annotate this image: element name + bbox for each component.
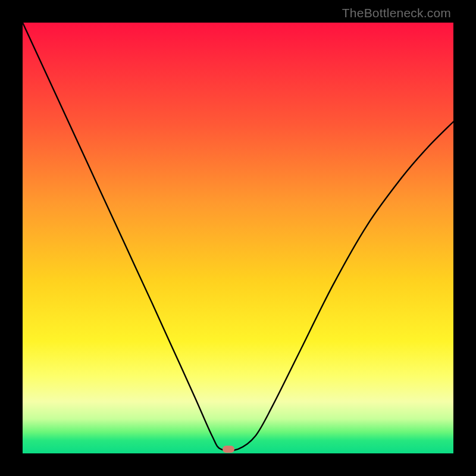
bottleneck-curve (23, 23, 453, 451)
watermark-text: TheBottleneck.com (342, 6, 451, 20)
curve-layer (23, 23, 453, 453)
outer-frame: TheBottleneck.com (0, 0, 476, 476)
plot-area (23, 23, 453, 453)
optimum-marker (223, 446, 234, 453)
